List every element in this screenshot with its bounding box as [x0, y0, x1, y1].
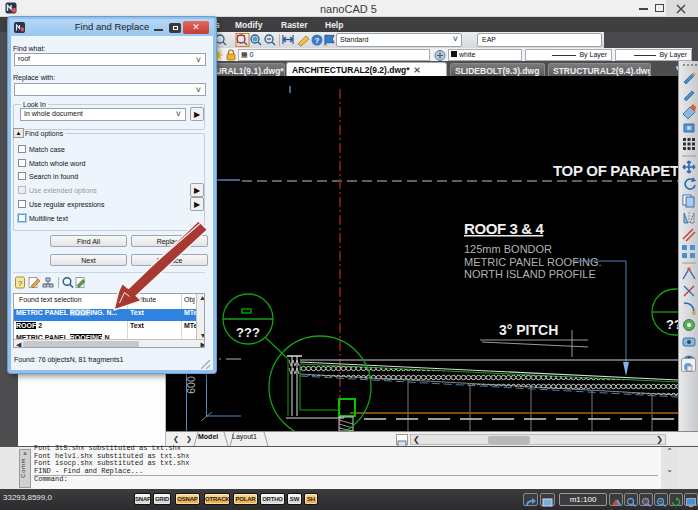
svg-text:3° PITCH: 3° PITCH [499, 322, 558, 338]
svg-text:?: ? [315, 36, 320, 45]
svg-text:??: ?? [666, 317, 678, 332]
svg-text:600: 600 [185, 376, 197, 394]
svg-text:NORTH ISLAND PROFILE: NORTH ISLAND PROFILE [464, 268, 596, 280]
svg-text:METRIC PANEL ROOFING.: METRIC PANEL ROOFING. [464, 256, 602, 268]
svg-text:?: ? [18, 279, 23, 288]
svg-text:ROOF 3 & 4: ROOF 3 & 4 [464, 220, 544, 237]
svg-text:125mm BONDOR: 125mm BONDOR [464, 243, 552, 255]
svg-text:TOP OF PARAPET: TOP OF PARAPET [553, 162, 678, 179]
svg-text:???: ??? [236, 325, 260, 340]
